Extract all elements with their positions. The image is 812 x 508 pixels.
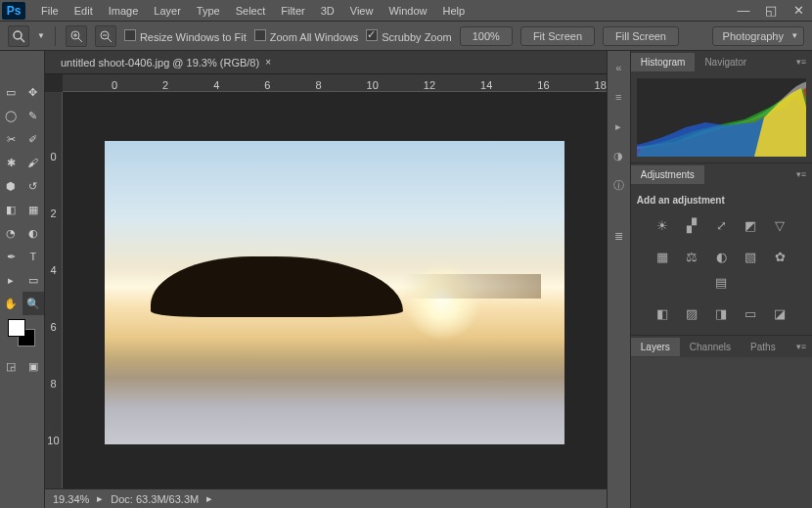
color-balance-icon[interactable]: ⚖ bbox=[682, 249, 701, 264]
document-tab-title: untitled shoot-0406.jpg @ 19.3% (RGB/8) bbox=[61, 57, 259, 69]
menu-view[interactable]: View bbox=[342, 2, 382, 20]
zoom-tool-icon[interactable] bbox=[8, 25, 29, 47]
zoom-all-checkbox[interactable]: Zoom All Windows bbox=[254, 29, 358, 43]
svg-line-3 bbox=[78, 38, 82, 42]
options-bar: ▼ Resize Windows to Fit Zoom All Windows… bbox=[0, 22, 812, 51]
status-bar: 19.34% ▸ Doc: 63.3M/63.3M ▸ bbox=[45, 488, 607, 508]
hue-icon[interactable]: ▦ bbox=[653, 249, 672, 264]
document-tab-strip: untitled shoot-0406.jpg @ 19.3% (RGB/8) … bbox=[45, 51, 607, 74]
menu-select[interactable]: Select bbox=[228, 2, 274, 20]
threshold-icon[interactable]: ◨ bbox=[711, 305, 731, 321]
foreground-color[interactable] bbox=[8, 319, 25, 337]
properties-panel-icon[interactable]: ◑ bbox=[609, 147, 627, 164]
info-panel-icon[interactable]: ⓘ bbox=[609, 176, 627, 194]
selective-color-icon[interactable]: ◪ bbox=[770, 305, 789, 321]
document-tab[interactable]: untitled shoot-0406.jpg @ 19.3% (RGB/8) … bbox=[53, 53, 279, 72]
zoom-in-icon[interactable] bbox=[66, 25, 87, 47]
path-select-tool[interactable]: ▸ bbox=[0, 268, 23, 292]
invert-icon[interactable]: ◧ bbox=[653, 305, 672, 321]
stamp-tool[interactable]: ⬢ bbox=[0, 174, 23, 198]
toolbox: ▭✥ ◯✎ ✂✐ ✱🖌 ⬢↺ ◧▦ ◔◐ ✒T ▸▭ ✋🔍 ◲▣ bbox=[0, 51, 45, 508]
menu-help[interactable]: Help bbox=[435, 2, 474, 20]
menu-layer[interactable]: Layer bbox=[146, 2, 189, 20]
resize-windows-checkbox[interactable]: Resize Windows to Fit bbox=[124, 29, 247, 43]
close-button[interactable]: ✕ bbox=[785, 2, 812, 20]
photo-filter-icon[interactable]: ▧ bbox=[741, 249, 760, 264]
channel-mixer-icon[interactable]: ✿ bbox=[770, 249, 789, 264]
minimize-button[interactable]: — bbox=[730, 2, 757, 20]
vertical-ruler: 024681012 bbox=[45, 92, 63, 488]
shape-tool[interactable]: ▭ bbox=[23, 268, 45, 292]
eyedropper-tool[interactable]: ✐ bbox=[23, 127, 45, 151]
histogram-panel: Histogram Navigator ▾≡ bbox=[631, 51, 812, 163]
fill-screen-button[interactable]: Fill Screen bbox=[603, 26, 679, 46]
close-icon[interactable]: × bbox=[265, 57, 271, 68]
app-logo: Ps bbox=[2, 2, 25, 20]
expand-left-icon[interactable]: « bbox=[609, 59, 627, 76]
zoom-status[interactable]: 19.34% bbox=[53, 493, 89, 505]
zoom-100-button[interactable]: 100% bbox=[460, 26, 513, 46]
brush-tool[interactable]: 🖌 bbox=[23, 151, 45, 174]
gradient-map-icon[interactable]: ▭ bbox=[741, 305, 760, 321]
tab-paths[interactable]: Paths bbox=[741, 338, 786, 356]
tab-adjustments[interactable]: Adjustments bbox=[631, 165, 704, 184]
tab-channels[interactable]: Channels bbox=[680, 338, 741, 356]
adjustments-heading: Add an adjustment bbox=[637, 191, 806, 209]
dodge-tool[interactable]: ◐ bbox=[23, 221, 45, 245]
quick-mask-tool[interactable]: ◲ bbox=[0, 354, 23, 378]
menu-type[interactable]: Type bbox=[189, 2, 228, 20]
eraser-tool[interactable]: ◧ bbox=[0, 198, 23, 221]
pen-tool[interactable]: ✒ bbox=[0, 245, 23, 268]
fit-screen-button[interactable]: Fit Screen bbox=[520, 26, 595, 46]
maximize-button[interactable]: ◱ bbox=[757, 2, 785, 20]
panel-menu-icon[interactable]: ▾≡ bbox=[790, 53, 812, 70]
type-tool[interactable]: T bbox=[23, 245, 45, 268]
exposure-icon[interactable]: ◩ bbox=[741, 217, 760, 233]
horizontal-ruler: 024681012141618 bbox=[63, 74, 607, 92]
hand-tool[interactable]: ✋ bbox=[0, 292, 23, 315]
lasso-tool[interactable]: ◯ bbox=[0, 104, 23, 127]
actions-panel-icon[interactable]: ▸ bbox=[609, 117, 627, 135]
marquee-tool[interactable]: ▭ bbox=[0, 80, 23, 104]
screen-mode-tool[interactable]: ▣ bbox=[23, 354, 45, 378]
healing-tool[interactable]: ✱ bbox=[0, 151, 23, 174]
zoom-out-icon[interactable] bbox=[95, 25, 116, 47]
history-panel-icon[interactable]: ≡ bbox=[609, 88, 627, 106]
levels-icon[interactable]: ▞ bbox=[682, 217, 701, 233]
svg-point-0 bbox=[14, 31, 22, 39]
zoom-tool[interactable]: 🔍 bbox=[23, 292, 45, 315]
panel-menu-icon[interactable]: ▾≡ bbox=[790, 338, 812, 355]
gradient-tool[interactable]: ▦ bbox=[23, 198, 45, 221]
curves-icon[interactable]: ⤢ bbox=[711, 217, 731, 233]
tab-layers[interactable]: Layers bbox=[631, 338, 680, 356]
menu-edit[interactable]: Edit bbox=[67, 2, 101, 20]
menu-image[interactable]: Image bbox=[101, 2, 147, 20]
color-lookup-icon[interactable]: ▤ bbox=[711, 274, 731, 290]
tab-navigator[interactable]: Navigator bbox=[695, 53, 756, 71]
brightness-icon[interactable]: ☀ bbox=[653, 217, 672, 233]
menu-3d[interactable]: 3D bbox=[313, 2, 342, 20]
bw-icon[interactable]: ◐ bbox=[711, 249, 731, 264]
document-area: untitled shoot-0406.jpg @ 19.3% (RGB/8) … bbox=[45, 51, 607, 508]
menu-filter[interactable]: Filter bbox=[273, 2, 312, 20]
posterize-icon[interactable]: ▨ bbox=[682, 305, 701, 321]
chevron-down-icon[interactable]: ▼ bbox=[37, 31, 45, 40]
scrubby-zoom-checkbox[interactable]: Scrubby Zoom bbox=[366, 29, 452, 43]
tab-histogram[interactable]: Histogram bbox=[631, 53, 696, 71]
adjustments-panel: Adjustments ▾≡ Add an adjustment ☀ ▞ ⤢ ◩… bbox=[631, 163, 812, 336]
quick-select-tool[interactable]: ✎ bbox=[23, 104, 45, 127]
history-brush-tool[interactable]: ↺ bbox=[23, 174, 45, 198]
workspace-dropdown[interactable]: Photography bbox=[712, 26, 804, 46]
color-swatches[interactable] bbox=[0, 315, 44, 354]
menu-file[interactable]: File bbox=[33, 2, 67, 20]
doc-size-status[interactable]: Doc: 63.3M/63.3M bbox=[111, 493, 199, 505]
vibrance-icon[interactable]: ▽ bbox=[770, 217, 789, 233]
move-tool[interactable]: ✥ bbox=[23, 80, 45, 104]
styles-panel-icon[interactable]: ≣ bbox=[609, 227, 627, 245]
blur-tool[interactable]: ◔ bbox=[0, 221, 23, 245]
crop-tool[interactable]: ✂ bbox=[0, 127, 23, 151]
menu-window[interactable]: Window bbox=[381, 2, 434, 20]
image-canvas[interactable] bbox=[105, 141, 564, 444]
canvas-viewport[interactable] bbox=[63, 92, 607, 488]
panel-menu-icon[interactable]: ▾≡ bbox=[790, 165, 812, 183]
